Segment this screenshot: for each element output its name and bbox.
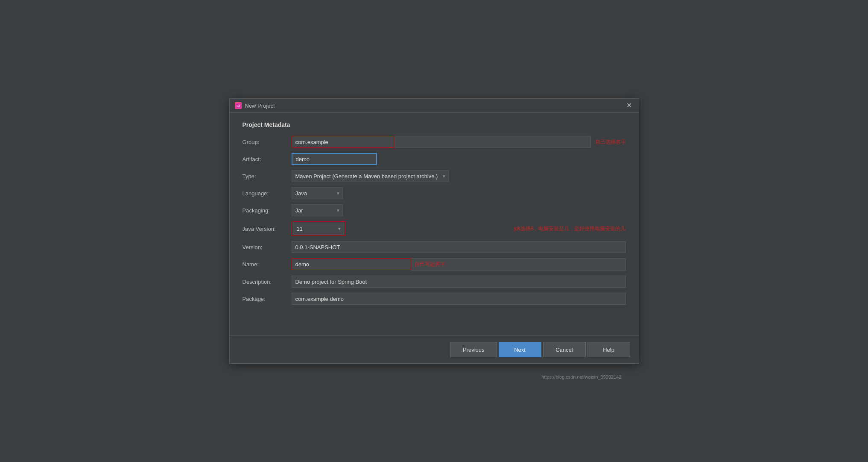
name-annotation-text: 自己写起名字 <box>415 261 445 268</box>
version-field <box>292 241 626 253</box>
name-input-wrapper: 自己写起名字 <box>292 258 626 271</box>
type-select[interactable]: Maven Project (Generate a Maven based pr… <box>292 170 449 182</box>
artifact-label: Artifact: <box>243 156 292 162</box>
group-rest <box>394 136 591 148</box>
version-label: Version: <box>243 244 292 250</box>
artifact-input[interactable] <box>292 153 377 165</box>
java-version-annotation: jdk选择8，电脑安装是几，是好使用电脑安装的几 <box>514 225 625 232</box>
description-label: Description: <box>243 279 292 285</box>
footer: Previous Next Cancel Help https://blog.c… <box>230 335 639 363</box>
close-button[interactable]: ✕ <box>625 102 634 109</box>
name-label: Name: <box>243 261 292 268</box>
name-field: 自己写起名字 <box>292 258 626 271</box>
footer-link: https://blog.csdn.net/weixin_39092142 <box>541 374 621 380</box>
artifact-row: Artifact: <box>243 153 626 165</box>
version-row: Version: <box>243 241 626 253</box>
help-button[interactable]: Help <box>587 342 630 357</box>
language-field: Java Kotlin Groovy <box>292 187 626 199</box>
description-field <box>292 276 626 288</box>
description-input[interactable] <box>292 276 626 288</box>
java-version-field: 8 11 17 21 <box>292 221 506 236</box>
language-select-wrapper: Java Kotlin Groovy <box>292 187 343 199</box>
previous-button[interactable]: Previous <box>450 342 497 357</box>
package-row: Package: <box>243 293 626 305</box>
new-project-dialog: IJ New Project ✕ Project Metadata Group:… <box>229 98 639 364</box>
group-field <box>292 136 591 148</box>
packaging-select[interactable]: Jar War <box>292 204 343 216</box>
dialog-content: Project Metadata Group: 自己选择名字 Artifact:… <box>230 113 639 318</box>
packaging-field: Jar War <box>292 204 626 216</box>
next-button[interactable]: Next <box>499 342 541 357</box>
packaging-row: Packaging: Jar War <box>243 204 626 216</box>
version-input[interactable] <box>292 241 626 253</box>
cancel-button[interactable]: Cancel <box>543 342 586 357</box>
package-field <box>292 293 626 305</box>
artifact-field <box>292 153 626 165</box>
type-field: Maven Project (Generate a Maven based pr… <box>292 170 626 182</box>
name-annotation-inline: 自己写起名字 <box>411 258 626 271</box>
group-label: Group: <box>243 139 292 145</box>
title-bar-left: IJ New Project <box>235 102 275 109</box>
group-input[interactable] <box>292 136 394 148</box>
type-select-wrapper: Maven Project (Generate a Maven based pr… <box>292 170 449 182</box>
package-label: Package: <box>243 296 292 302</box>
packaging-select-wrapper: Jar War <box>292 204 343 216</box>
group-input-wrapper <box>292 136 591 148</box>
java-version-row: Java Version: 8 11 17 21 jdk选择8，电脑安装是几，是… <box>243 221 626 236</box>
section-title: Project Metadata <box>243 121 626 128</box>
java-version-label: Java Version: <box>243 226 292 232</box>
java-version-select-wrapper: 8 11 17 21 <box>293 223 344 235</box>
type-row: Type: Maven Project (Generate a Maven ba… <box>243 170 626 182</box>
language-row: Language: Java Kotlin Groovy <box>243 187 626 199</box>
title-bar: IJ New Project ✕ <box>230 99 639 113</box>
svg-text:IJ: IJ <box>237 104 240 108</box>
language-select[interactable]: Java Kotlin Groovy <box>292 187 343 199</box>
group-annotation: 自己选择名字 <box>595 138 626 146</box>
description-row: Description: <box>243 276 626 288</box>
app-icon: IJ <box>235 102 242 109</box>
type-label: Type: <box>243 173 292 180</box>
name-row: Name: 自己写起名字 <box>243 258 626 271</box>
java-version-select[interactable]: 8 11 17 21 <box>293 223 344 235</box>
language-label: Language: <box>243 190 292 197</box>
dialog-title: New Project <box>245 103 275 109</box>
group-row: Group: 自己选择名字 <box>243 136 626 148</box>
package-input[interactable] <box>292 293 626 305</box>
packaging-label: Packaging: <box>243 207 292 214</box>
name-input[interactable] <box>292 258 411 270</box>
